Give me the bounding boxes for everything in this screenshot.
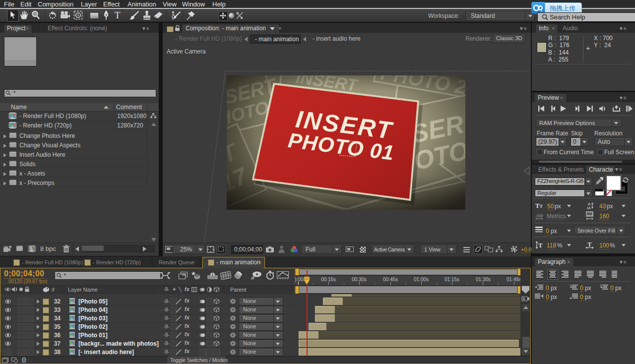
svg-text:A: A [535, 213, 539, 218]
svg-text:T: T [538, 242, 543, 249]
svg-text:W: W [539, 213, 543, 218]
svg-text:IA: IA [587, 206, 591, 210]
svg-text:T: T [587, 241, 592, 248]
